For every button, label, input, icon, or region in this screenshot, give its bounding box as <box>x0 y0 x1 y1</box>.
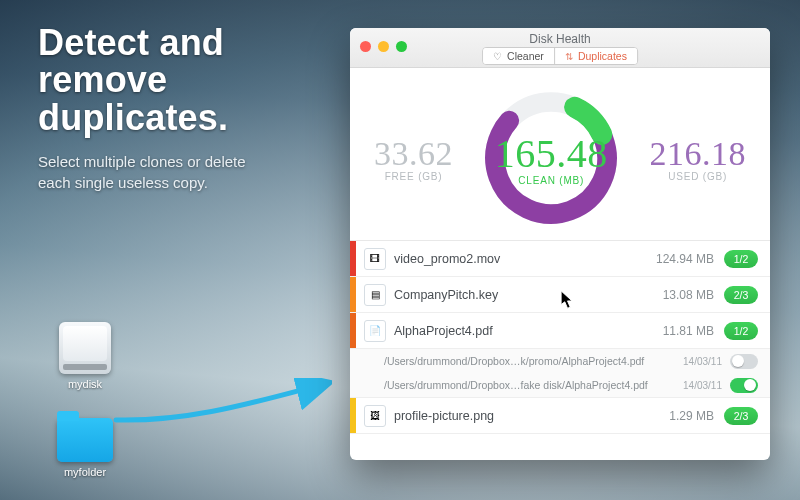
ratio-pill[interactable]: 2/3 <box>724 407 758 425</box>
titlebar[interactable]: Disk Health ♡ Cleaner ⇅ Duplicates <box>350 28 770 68</box>
file-icon: ▤ <box>364 284 386 306</box>
path-date: 14/03/11 <box>683 356 722 367</box>
file-size: 1.29 MB <box>669 409 714 423</box>
path-row[interactable]: /Users/drummond/Dropbox…fake disk/AlphaP… <box>350 373 770 397</box>
stat-free-unit: FREE (GB) <box>374 171 453 182</box>
window-title: Disk Health <box>350 32 770 46</box>
folder-icon <box>57 418 113 462</box>
stat-used: 216.18 USED (GB) <box>649 135 746 182</box>
donut-chart: 165.48 CLEAN (MB) <box>481 88 621 228</box>
file-name: video_promo2.mov <box>394 252 656 266</box>
list-item[interactable]: 🖼 profile-picture.png 1.29 MB 2/3 <box>350 398 770 434</box>
file-name: profile-picture.png <box>394 409 669 423</box>
file-icon: 🎞 <box>364 248 386 270</box>
headline: Detect and remove duplicates. <box>38 24 338 136</box>
stats-panel: 33.62 FREE (GB) 165.48 CLEAN (MB) 216.18… <box>350 68 770 240</box>
subheadline: Select multiple clones or delete each si… <box>38 152 278 193</box>
stat-free: 33.62 FREE (GB) <box>374 135 453 182</box>
expanded-paths: /Users/drummond/Dropbox…k/promo/AlphaPro… <box>350 349 770 398</box>
file-size: 13.08 MB <box>663 288 714 302</box>
stat-used-value: 216.18 <box>649 135 746 173</box>
marketing-panel: Detect and remove duplicates. Select mul… <box>38 24 338 193</box>
file-icon: 🖼 <box>364 405 386 427</box>
desktop-disk-icon[interactable]: mydisk <box>52 322 118 390</box>
file-name: AlphaProject4.pdf <box>394 324 663 338</box>
tab-cleaner[interactable]: ♡ Cleaner <box>483 48 554 64</box>
path-text: /Users/drummond/Dropbox…k/promo/AlphaPro… <box>384 355 675 367</box>
severity-bar <box>350 241 356 276</box>
path-text: /Users/drummond/Dropbox…fake disk/AlphaP… <box>384 379 675 391</box>
desktop-folder-icon[interactable]: myfolder <box>52 412 118 478</box>
heart-icon: ♡ <box>493 51 502 62</box>
stat-clean-value: 165.48 <box>495 130 608 177</box>
severity-bar <box>350 277 356 312</box>
path-row[interactable]: /Users/drummond/Dropbox…k/promo/AlphaPro… <box>350 349 770 373</box>
ratio-pill[interactable]: 1/2 <box>724 322 758 340</box>
app-window: Disk Health ♡ Cleaner ⇅ Duplicates 33.62… <box>350 28 770 460</box>
keep-toggle[interactable] <box>730 378 758 393</box>
people-icon: ⇅ <box>565 51 573 62</box>
folder-label: myfolder <box>64 466 106 478</box>
list-item[interactable]: ▤ CompanyPitch.key 13.08 MB 2/3 <box>350 277 770 313</box>
ratio-pill[interactable]: 2/3 <box>724 286 758 304</box>
path-date: 14/03/11 <box>683 380 722 391</box>
tab-duplicates[interactable]: ⇅ Duplicates <box>554 48 637 64</box>
file-size: 11.81 MB <box>663 324 714 338</box>
keep-toggle[interactable] <box>730 354 758 369</box>
desktop-icons: mydisk myfolder <box>52 322 118 478</box>
ratio-pill[interactable]: 1/2 <box>724 250 758 268</box>
list-item[interactable]: 📄 AlphaProject4.pdf 11.81 MB 1/2 <box>350 313 770 349</box>
file-size: 124.94 MB <box>656 252 714 266</box>
duplicates-list: 🎞 video_promo2.mov 124.94 MB 1/2 ▤ Compa… <box>350 240 770 434</box>
file-icon: 📄 <box>364 320 386 342</box>
mode-segmented-control: ♡ Cleaner ⇅ Duplicates <box>482 47 638 65</box>
list-item[interactable]: 🎞 video_promo2.mov 124.94 MB 1/2 <box>350 241 770 277</box>
stat-clean-unit: CLEAN (MB) <box>518 175 584 186</box>
tab-duplicates-label: Duplicates <box>578 50 627 62</box>
disk-label: mydisk <box>68 378 102 390</box>
disk-icon <box>59 322 111 374</box>
severity-bar <box>350 313 356 348</box>
file-name: CompanyPitch.key <box>394 288 663 302</box>
severity-bar <box>350 398 356 433</box>
arrow-icon <box>112 378 332 426</box>
stat-free-value: 33.62 <box>374 135 453 173</box>
tab-cleaner-label: Cleaner <box>507 50 544 62</box>
